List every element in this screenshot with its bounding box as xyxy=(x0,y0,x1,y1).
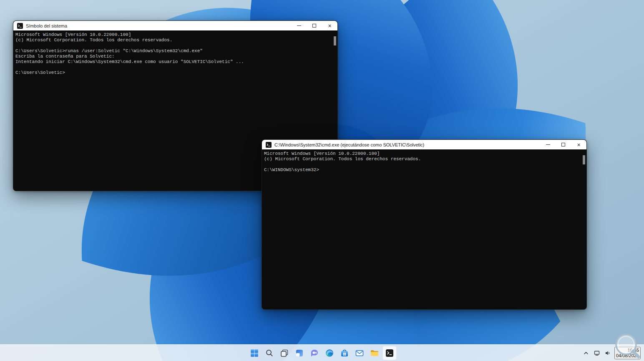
maximize-button[interactable] xyxy=(307,21,322,30)
maximize-button[interactable] xyxy=(556,140,571,149)
terminal-line xyxy=(15,43,332,48)
terminal-line: (c) Microsoft Corporation. Todos los der… xyxy=(264,157,581,162)
window2-titlebar[interactable]: C:\Windows\System32\cmd.exe (ejecutándos… xyxy=(262,140,586,149)
widgets-icon xyxy=(294,348,304,358)
chevron-up-icon xyxy=(583,350,589,356)
tray-time: 16:55 xyxy=(616,348,639,353)
terminal-line: Intentando iniciar C:\Windows\System32\c… xyxy=(15,59,332,65)
cmd-taskbar-button[interactable] xyxy=(382,346,397,360)
minimize-button[interactable] xyxy=(291,21,307,30)
cmd-window-2: C:\Windows\System32\cmd.exe (ejecutándos… xyxy=(262,139,587,310)
close-button[interactable]: × xyxy=(571,140,586,149)
search-button[interactable] xyxy=(262,346,277,360)
close-icon: × xyxy=(328,23,331,29)
file-explorer-button[interactable] xyxy=(367,346,382,360)
window2-title: C:\Windows\System32\cmd.exe (ejecutándos… xyxy=(274,142,424,147)
window1-caption-buttons: × xyxy=(291,21,337,30)
network-icon xyxy=(594,350,600,356)
window2-caption-buttons: × xyxy=(540,140,586,149)
tray-date: 04/08/2021 xyxy=(616,353,639,358)
tray-overflow-button[interactable] xyxy=(582,347,590,359)
taskbar: 16:55 04/08/2021 xyxy=(0,344,644,361)
volume-icon xyxy=(604,350,611,356)
terminal-line: (c) Microsoft Corporation. Todos los der… xyxy=(15,38,332,43)
mail-icon xyxy=(355,348,365,358)
window1-title: Símbolo del sistema xyxy=(26,23,67,28)
chat-button[interactable] xyxy=(307,346,322,360)
maximize-icon xyxy=(312,24,316,28)
terminal-line xyxy=(264,162,581,167)
edge-button[interactable] xyxy=(322,346,337,360)
edge-icon xyxy=(325,348,335,358)
terminal-line: Microsoft Windows [Versión 10.0.22000.10… xyxy=(15,32,332,38)
volume-button[interactable] xyxy=(604,347,612,359)
widgets-button[interactable] xyxy=(292,346,307,360)
minimize-icon xyxy=(297,25,301,26)
window1-titlebar[interactable]: Símbolo del sistema × xyxy=(13,21,337,30)
chat-icon xyxy=(309,348,319,358)
terminal-line xyxy=(15,65,332,70)
cmd-icon xyxy=(17,23,23,29)
network-button[interactable] xyxy=(593,347,601,359)
minimize-button[interactable] xyxy=(540,140,556,149)
scrollbar-thumb[interactable] xyxy=(334,36,336,45)
system-tray: 16:55 04/08/2021 xyxy=(582,345,641,361)
window2-scrollbar[interactable] xyxy=(582,150,586,308)
mail-button[interactable] xyxy=(352,346,367,360)
file-explorer-icon xyxy=(370,348,380,358)
terminal-line: C:\WINDOWS\system32> xyxy=(264,167,581,173)
maximize-icon xyxy=(561,143,565,146)
scrollbar-thumb[interactable] xyxy=(583,155,585,164)
terminal-line: C:\Users\Solvetic>runas /user:Solvetic "… xyxy=(15,48,332,54)
close-button[interactable]: × xyxy=(322,21,337,30)
terminal-line: Escriba la contraseña para Solvetic: xyxy=(15,54,332,59)
terminal-line: C:\Users\Solvetic> xyxy=(15,70,332,76)
store-button[interactable] xyxy=(337,346,352,360)
cmd-icon xyxy=(266,142,272,148)
desktop: Símbolo del sistema × Microsoft Windows … xyxy=(0,0,644,361)
minimize-icon xyxy=(546,144,550,145)
clock[interactable]: 16:55 04/08/2021 xyxy=(614,347,641,359)
start-icon xyxy=(249,348,259,358)
task-view-icon xyxy=(279,348,289,358)
search-icon xyxy=(264,348,274,358)
close-icon: × xyxy=(577,142,580,148)
store-icon xyxy=(340,348,350,358)
terminal-line: Microsoft Windows [Versión 10.0.22000.10… xyxy=(264,151,581,157)
window2-terminal-output[interactable]: Microsoft Windows [Versión 10.0.22000.10… xyxy=(262,149,586,309)
taskbar-app-icons xyxy=(247,346,397,360)
start-button[interactable] xyxy=(247,346,262,360)
cmd-terminal-icon xyxy=(385,348,395,358)
task-view-button[interactable] xyxy=(277,346,292,360)
